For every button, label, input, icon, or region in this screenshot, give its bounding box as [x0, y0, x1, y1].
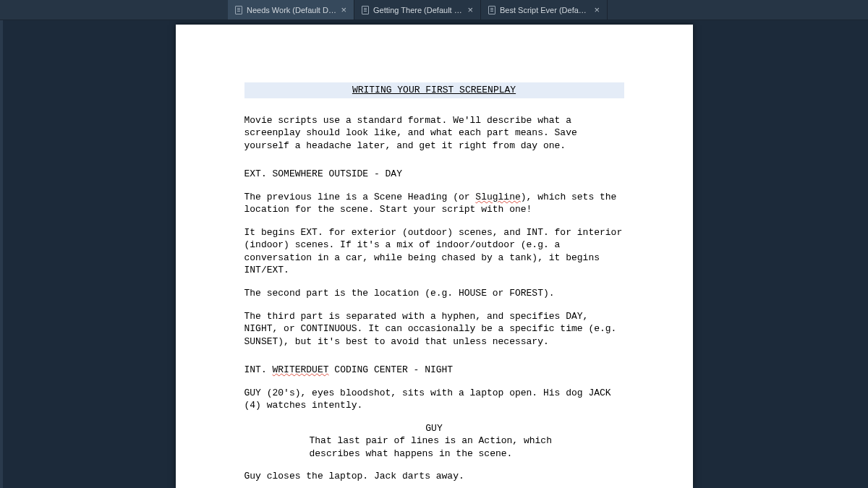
close-icon[interactable]: ×: [467, 5, 473, 14]
document-title: WRITING YOUR FIRST SCREENPLAY: [352, 85, 516, 95]
spellcheck-squiggle: WRITERDUET: [273, 364, 329, 375]
tab-label: Getting There (Default Docu…: [373, 6, 463, 14]
document-icon: [235, 6, 242, 14]
spellcheck-squiggle: Slugline: [475, 192, 520, 202]
document-page[interactable]: WRITING YOUR FIRST SCREENPLAY Movie scri…: [176, 25, 693, 488]
document-tab[interactable]: Best Script Ever (Default Do…×: [481, 0, 608, 20]
character-cue: GUY: [310, 422, 559, 435]
title-highlight[interactable]: WRITING YOUR FIRST SCREENPLAY: [244, 82, 624, 98]
action-paragraph: GUY (20's), eyes bloodshot, sits with a …: [244, 387, 624, 412]
action-paragraph: Guy closes the laptop. Jack darts away.: [244, 470, 624, 483]
action-paragraph: Movie scripts use a standard format. We'…: [244, 114, 624, 153]
action-paragraph: The third part is separated with a hyphe…: [244, 310, 624, 348]
tab-label: Best Script Ever (Default Do…: [500, 6, 590, 14]
document-icon: [488, 6, 495, 14]
tab-bar: Needs Work (Default Docum…×Getting There…: [0, 0, 868, 20]
action-paragraph: The previous line is a Scene Heading (or…: [244, 191, 624, 216]
document-tab[interactable]: Needs Work (Default Docum…×: [228, 0, 354, 20]
close-icon[interactable]: ×: [341, 5, 346, 14]
dialogue: That last pair of lines is an Action, wh…: [310, 435, 559, 460]
tab-label: Needs Work (Default Docum…: [247, 6, 336, 14]
editor-workspace: WRITING YOUR FIRST SCREENPLAY Movie scri…: [0, 20, 868, 488]
left-gutter: [0, 20, 3, 488]
scene-heading: INT. WRITERDUET CODING CENTER - NIGHT: [244, 364, 624, 377]
scene-heading: EXT. SOMEWHERE OUTSIDE - DAY: [244, 168, 624, 181]
action-paragraph: The second part is the location (e.g. HO…: [244, 287, 624, 300]
document-tab[interactable]: Getting There (Default Docu…×: [354, 0, 481, 20]
close-icon[interactable]: ×: [594, 5, 600, 14]
action-paragraph: It begins EXT. for exterior (outdoor) sc…: [244, 226, 624, 277]
document-icon: [362, 6, 369, 14]
